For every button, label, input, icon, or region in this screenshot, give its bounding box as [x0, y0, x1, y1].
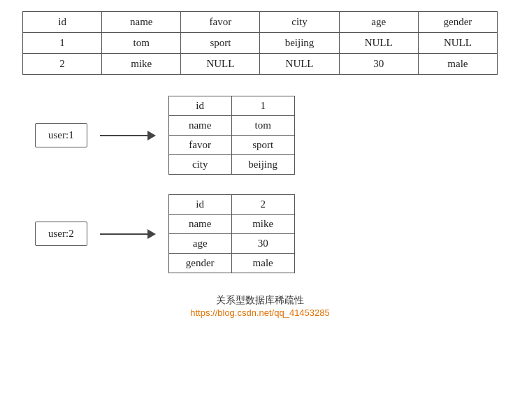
rel-header-cell: favor: [181, 12, 260, 33]
table-cell: 30: [339, 54, 418, 75]
kv-row: age30: [168, 234, 294, 254]
table-cell: male: [418, 54, 497, 75]
table-cell: mike: [102, 54, 181, 75]
kv-cell: favor: [168, 136, 231, 155]
diagram-row-2: user:2id2namemikeage30gendermale: [35, 194, 485, 273]
kv-cell: name: [168, 215, 231, 234]
kv-cell: age: [168, 234, 231, 254]
diagram-row-1: user:1id1nametomfavorsportcitybeijing: [35, 96, 485, 175]
table-cell: tom: [102, 33, 181, 54]
kv-cell: male: [231, 254, 294, 273]
kv-cell: sport: [231, 136, 294, 155]
rel-header-cell: id: [23, 12, 102, 33]
kv-cell: beijing: [231, 155, 294, 175]
table-cell: NULL: [339, 33, 418, 54]
arrow-head: [147, 229, 156, 239]
table-cell: NULL: [181, 54, 260, 75]
kv-row: gendermale: [168, 254, 294, 273]
kv-row: nametom: [168, 116, 294, 136]
table-cell: NULL: [418, 33, 497, 54]
rel-header-cell: name: [102, 12, 181, 33]
kv-cell: id: [168, 96, 231, 116]
kv-row: citybeijing: [168, 155, 294, 175]
kv-table: id1nametomfavorsportcitybeijing: [168, 96, 295, 175]
kv-row: namemike: [168, 215, 294, 234]
kv-cell: name: [168, 116, 231, 136]
table-cell: NULL: [260, 54, 339, 75]
kv-cell: mike: [231, 215, 294, 234]
arrow: [100, 131, 156, 140]
kv-cell: gender: [168, 254, 231, 273]
table-row: 1tomsportbeijingNULLNULL: [23, 33, 498, 54]
arrow: [100, 229, 156, 239]
rel-header-cell: city: [260, 12, 339, 33]
table-cell: beijing: [260, 33, 339, 54]
arrow-line: [100, 135, 147, 136]
kv-cell: 2: [231, 195, 294, 215]
key-box: user:1: [35, 123, 87, 147]
key-box: user:2: [35, 222, 87, 246]
kv-table: id2namemikeage30gendermale: [168, 194, 295, 273]
relational-table: idnamefavorcityagegender 1tomsportbeijin…: [22, 11, 498, 75]
rel-header-cell: age: [339, 12, 418, 33]
kv-row: id2: [168, 195, 294, 215]
table-row: 2mikeNULLNULL30male: [23, 54, 498, 75]
caption-text: 关系型数据库稀疏性: [216, 294, 304, 305]
table-cell: 1: [23, 33, 102, 54]
kv-cell: id: [168, 195, 231, 215]
kv-cell: 30: [231, 234, 294, 254]
kv-cell: 1: [231, 96, 294, 116]
caption: 关系型数据库稀疏性 https://blog.csdn.net/qq_41453…: [21, 294, 499, 318]
arrow-line: [100, 233, 147, 235]
diagram-area: user:1id1nametomfavorsportcitybeijing us…: [21, 96, 499, 273]
kv-cell: tom: [231, 116, 294, 136]
table-cell: 2: [23, 54, 102, 75]
arrow-head: [147, 131, 156, 140]
kv-cell: city: [168, 155, 231, 175]
kv-row: favorsport: [168, 136, 294, 155]
caption-url: https://blog.csdn.net/qq_41453285: [190, 307, 330, 318]
rel-header-cell: gender: [418, 12, 497, 33]
table-cell: sport: [181, 33, 260, 54]
kv-row: id1: [168, 96, 294, 116]
